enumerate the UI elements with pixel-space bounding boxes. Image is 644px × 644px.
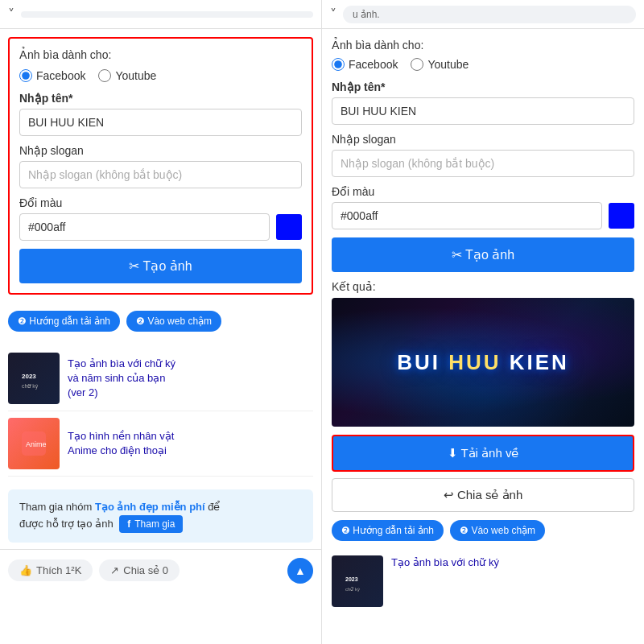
share-image-btn[interactable]: ↩ Chia sẻ ảnh [332, 478, 634, 512]
left-topbar: ˅ [0, 0, 321, 29]
join-label: Tham gia [134, 518, 175, 530]
name-label-left: Nhập tên* [19, 92, 302, 105]
create-btn-right[interactable]: ✂ Tạo ảnh [332, 237, 634, 272]
result-label: Kết quả: [332, 280, 634, 293]
like-btn[interactable]: 👍 Thích 1²K [8, 559, 93, 581]
join-btn[interactable]: f Tham gia [119, 515, 183, 533]
slogan-input-right[interactable] [332, 150, 634, 177]
facebook-label: Facebook [36, 69, 85, 82]
svg-text:chữ ký: chữ ký [22, 383, 39, 390]
right-topbar: ˅ u ảnh. [322, 0, 644, 29]
action-links-left: ❷ Hướng dẫn tải ảnh ❷ Vào web chậm [0, 303, 321, 340]
related-section-left: 2023 chữ ký Tạo ảnh bìa với chữ kývà năm… [0, 340, 321, 483]
result-image-text: BUI HUU KIEN [397, 350, 569, 375]
back-chevron-icon[interactable]: ˅ [8, 6, 14, 22]
facebook-icon: f [127, 518, 130, 530]
color-label-right: Đổi màu [332, 185, 634, 198]
scroll-top-btn[interactable]: ▲ [287, 558, 313, 584]
color-input-left[interactable] [19, 213, 270, 241]
share-icon: ↗ [110, 564, 119, 576]
slow-web-btn-left[interactable]: ❷ Vào web chậm [126, 311, 221, 332]
color-swatch-right[interactable] [609, 203, 634, 229]
result-image: BUI HUU KIEN [332, 298, 634, 427]
facebook-radio-right[interactable] [332, 58, 345, 71]
name-label-right: Nhập tên* [332, 80, 634, 93]
action-links-right: ❷ Hướng dẫn tải ảnh ❷ Vào web chậm [332, 520, 634, 541]
svg-text:chữ ký: chữ ký [345, 587, 360, 592]
list-item[interactable]: Anime Tạo hình nền nhân vậtAnime cho điệ… [8, 411, 313, 477]
right-url-bar[interactable]: u ảnh. [343, 6, 636, 23]
create-btn-left[interactable]: ✂ Tạo ảnh [19, 249, 302, 283]
slogan-label-left: Nhập slogan [19, 144, 302, 157]
color-swatch-left[interactable] [276, 214, 302, 240]
related-text-2: Tạo hình nền nhân vậtAnime cho điện thoạ… [68, 429, 174, 458]
promo-text1: Tham gia nhóm [19, 501, 95, 513]
right-back-chevron-icon[interactable]: ˅ [330, 6, 336, 22]
guide-btn-left[interactable]: ❷ Hướng dẫn tải ảnh [8, 311, 120, 332]
share-btn[interactable]: ↗ Chia sẻ 0 [99, 559, 180, 581]
youtube-label-right: Youtube [427, 58, 469, 71]
youtube-radio[interactable] [98, 69, 111, 82]
color-input-right[interactable] [332, 202, 602, 229]
youtube-radio-option[interactable]: Youtube [98, 69, 156, 82]
url-bar[interactable] [21, 11, 313, 18]
right-panel: ˅ u ảnh. Ảnh bìa dành cho: Facebook Yout… [322, 0, 644, 644]
facebook-radio-option[interactable]: Facebook [19, 69, 85, 82]
slow-web-btn-right[interactable]: ❷ Vào web chậm [450, 520, 545, 541]
svg-text:Anime: Anime [26, 440, 47, 448]
list-item[interactable]: 2023 chữ ký Tạo ảnh bìa với chữ kývà năm… [8, 346, 313, 411]
color-row-right [332, 202, 634, 229]
facebook-label-right: Facebook [349, 58, 398, 71]
facebook-radio-option-right[interactable]: Facebook [332, 58, 398, 71]
promo-banner: Tham gia nhóm Tạo ảnh đẹp miễn phí đểđượ… [8, 489, 313, 543]
right-content: Ảnh bìa dành cho: Facebook Youtube Nhập … [322, 39, 644, 623]
related-thumb-1: 2023 chữ ký [8, 353, 60, 404]
name-input-right[interactable] [332, 97, 634, 125]
youtube-radio-option-right[interactable]: Youtube [411, 58, 469, 71]
slogan-input-left[interactable] [19, 161, 302, 188]
related-thumb-2: Anime [8, 418, 60, 469]
svg-text:2023: 2023 [345, 576, 358, 582]
download-btn[interactable]: ⬇ Tải ảnh về [332, 435, 634, 472]
svg-text:2023: 2023 [22, 373, 36, 380]
form-title-left: Ảnh bìa dành cho: [19, 48, 302, 61]
list-item[interactable]: 2023 chữ ký Tạo ảnh bìa với chữ ký [332, 549, 634, 613]
youtube-radio-right[interactable] [411, 58, 423, 71]
promo-text2: Tạo ảnh đẹp miễn phí [95, 501, 205, 513]
slogan-label-right: Nhập slogan [332, 133, 634, 146]
name-input-left[interactable] [19, 109, 302, 136]
left-form-section: Ảnh bìa dành cho: Facebook Youtube Nhập … [8, 37, 313, 295]
bottom-actions-left: 👍 Thích 1²K ↗ Chia sẻ 0 ▲ [0, 549, 321, 592]
right-related-thumb-1: 2023 chữ ký [332, 555, 383, 607]
guide-btn-right[interactable]: ❷ Hướng dẫn tải ảnh [332, 520, 444, 541]
share-label: Chia sẻ 0 [123, 564, 168, 576]
facebook-radio[interactable] [19, 69, 32, 82]
color-row-left [19, 213, 302, 241]
left-panel: ˅ Ảnh bìa dành cho: Facebook Youtube Nhậ… [0, 0, 322, 644]
platform-radio-group: Facebook Youtube [19, 69, 302, 82]
thumbs-up-icon: 👍 [19, 564, 32, 576]
form-title-right: Ảnh bìa dành cho: [332, 39, 634, 52]
related-text-1: Tạo ảnh bìa với chữ kývà năm sinh của bạ… [68, 357, 175, 401]
color-label-left: Đổi màu [19, 196, 302, 209]
youtube-label: Youtube [115, 69, 156, 82]
platform-radio-group-right: Facebook Youtube [332, 58, 634, 71]
like-label: Thích 1²K [36, 564, 81, 576]
right-related-text-1: Tạo ảnh bìa với chữ ký [391, 555, 499, 570]
